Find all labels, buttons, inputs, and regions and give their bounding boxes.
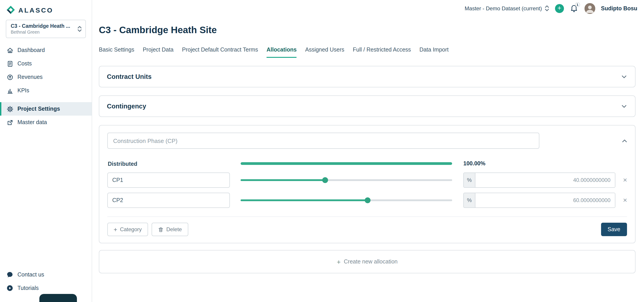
allocation-header — [107, 133, 627, 149]
category-name-input[interactable] — [107, 173, 230, 188]
avatar[interactable] — [584, 3, 595, 14]
sidebar-nav: Dashboard Costs Revenues KPIs — [0, 44, 92, 129]
delete-label: Delete — [166, 226, 182, 233]
percent-unit-label: % — [463, 193, 475, 208]
category-name-input[interactable] — [107, 193, 230, 208]
add-category-label: Category — [120, 226, 142, 233]
bar-chart-icon — [6, 87, 14, 94]
percent-value-input[interactable] — [475, 173, 616, 188]
contingency-title: Contingency — [107, 103, 146, 110]
corner-widget[interactable] — [39, 294, 77, 302]
sidebar-item-revenues[interactable]: Revenues — [0, 70, 92, 84]
chevron-down-icon[interactable] — [621, 103, 628, 109]
allocation-row: % × — [107, 193, 627, 208]
project-selector[interactable]: C3 - Cambridge Heath ... Bethnal Green — [6, 20, 86, 38]
page-title: C3 - Cambridge Heath Site — [99, 25, 636, 35]
sidebar-item-project-settings[interactable]: Project Settings — [0, 102, 92, 116]
chat-bubble-icon — [6, 271, 14, 278]
tab-allocations[interactable]: Allocations — [266, 47, 297, 58]
remove-row-button[interactable]: × — [623, 197, 627, 204]
project-location: Bethnal Green — [11, 30, 77, 35]
alasco-logo-icon — [6, 5, 15, 14]
slider-track — [240, 179, 452, 181]
distributed-percent: 100.00% — [463, 161, 486, 167]
tutorials-label: Tutorials — [18, 285, 39, 291]
tab-full-restricted-access[interactable]: Full / Restricted Access — [353, 47, 411, 58]
contract-units-card[interactable]: Contract Units — [99, 66, 636, 87]
user-name[interactable]: Sudipto Bosu — [601, 5, 638, 12]
external-link-icon — [6, 119, 14, 126]
sidebar-item-kpis[interactable]: KPIs — [0, 84, 92, 97]
add-button[interactable]: + — [555, 4, 564, 13]
costs-icon — [6, 60, 14, 67]
percent-input-group: % — [463, 193, 616, 208]
sidebar-item-label: Project Settings — [18, 106, 60, 112]
contingency-card[interactable]: Contingency — [99, 95, 636, 117]
percent-input-group: % — [463, 173, 616, 188]
slider-handle[interactable] — [322, 177, 328, 183]
allocation-name-input[interactable] — [107, 133, 539, 149]
notifications-button[interactable]: 1 — [570, 4, 579, 13]
app-window: ALASCO C3 - Cambridge Heath ... Bethnal … — [0, 0, 644, 302]
remove-row-button[interactable]: × — [623, 177, 627, 184]
project-selector-texts: C3 - Cambridge Heath ... Bethnal Green — [11, 23, 77, 35]
sidebar-item-master-data[interactable]: Master data — [0, 116, 92, 129]
delete-button[interactable]: Delete — [152, 223, 188, 236]
distributed-row: Distributed 100.00% — [107, 160, 627, 168]
tab-basic-settings[interactable]: Basic Settings — [99, 47, 134, 58]
play-circle-icon — [6, 284, 14, 292]
tab-project-data[interactable]: Project Data — [143, 47, 174, 58]
percent-value-input[interactable] — [475, 193, 616, 208]
percent-slider[interactable] — [240, 177, 452, 183]
sidebar: ALASCO C3 - Cambridge Heath ... Bethnal … — [0, 0, 92, 302]
tab-project-default-contract-terms[interactable]: Project Default Contract Terms — [182, 47, 258, 58]
distributed-progress-bar — [240, 162, 452, 165]
trash-icon — [158, 226, 164, 232]
topbar: Master - Demo Dataset (current) + 1 Sudi… — [92, 0, 644, 17]
percent-unit-label: % — [463, 173, 475, 188]
add-category-button[interactable]: + Category — [107, 223, 148, 236]
plus-icon: + — [337, 258, 341, 265]
project-name: C3 - Cambridge Heath ... — [11, 23, 77, 29]
sidebar-item-label: KPIs — [18, 87, 29, 94]
tutorials-item[interactable]: Tutorials — [0, 281, 92, 295]
sidebar-item-label: Master data — [18, 119, 47, 125]
distributed-bar-cell — [240, 162, 452, 165]
sidebar-item-dashboard[interactable]: Dashboard — [0, 44, 92, 57]
dataset-selector[interactable]: Master - Demo Dataset (current) — [465, 5, 549, 12]
main-content: C3 - Cambridge Heath Site Basic Settings… — [99, 17, 636, 273]
revenues-icon — [6, 73, 14, 81]
chevron-down-icon[interactable] — [621, 73, 628, 80]
tab-assigned-users[interactable]: Assigned Users — [305, 47, 344, 58]
chevron-updown-icon — [77, 26, 82, 32]
allocation-row: % × — [107, 173, 627, 188]
slider-handle[interactable] — [365, 197, 370, 203]
create-new-allocation-label: Create new allocation — [344, 258, 398, 265]
plus-icon: + — [114, 226, 117, 233]
save-button[interactable]: Save — [601, 223, 627, 236]
percent-slider[interactable] — [240, 197, 452, 203]
distributed-label-cell: Distributed — [107, 160, 230, 168]
tab-bar: Basic Settings Project Data Project Defa… — [99, 47, 636, 58]
slider-fill — [240, 179, 325, 181]
distributed-label: Distributed — [107, 161, 137, 167]
allocation-footer: + Category Delete Save — [107, 216, 627, 243]
allocation-card: Distributed 100.00% % — [99, 125, 636, 243]
sidebar-item-label: Revenues — [18, 74, 43, 80]
create-new-allocation-button[interactable]: + Create new allocation — [99, 250, 636, 273]
tab-data-import[interactable]: Data Import — [420, 47, 449, 58]
sidebar-item-costs[interactable]: Costs — [0, 57, 92, 70]
contract-units-title: Contract Units — [107, 73, 152, 80]
slider-fill — [240, 199, 368, 201]
gear-icon — [6, 105, 14, 112]
sidebar-footer: Contact us Tutorials — [0, 268, 92, 295]
close-icon: × — [623, 196, 627, 204]
plus-icon: + — [558, 5, 562, 11]
brand-logo[interactable]: ALASCO — [0, 0, 92, 14]
contact-us-label: Contact us — [18, 271, 44, 278]
sidebar-item-label: Costs — [18, 61, 32, 67]
contact-us-item[interactable]: Contact us — [0, 268, 92, 281]
chevron-up-icon[interactable] — [621, 137, 628, 144]
notification-badge: 1 — [575, 2, 580, 7]
distributed-progress-fill — [240, 162, 452, 165]
